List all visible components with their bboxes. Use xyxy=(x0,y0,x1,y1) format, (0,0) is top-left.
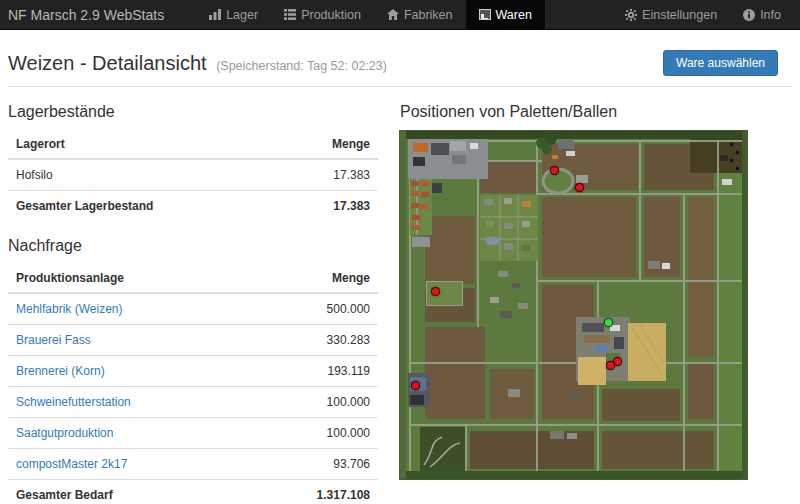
box-icon xyxy=(479,9,491,20)
demand-total-value: 1.317.108 xyxy=(250,480,378,504)
right-column: Positionen von Paletten/Ballen xyxy=(400,87,747,479)
demand-table-body: Mehlfabrik (Weizen)500.000Brauerei Fass3… xyxy=(8,293,378,480)
demand-table: Produktionsanlage Menge Mehlfabrik (Weiz… xyxy=(8,265,378,504)
production-facility-link[interactable]: compostMaster 2k17 xyxy=(16,457,127,471)
table-row: Saatgutproduktion100.000 xyxy=(8,418,378,449)
aerial-map-image xyxy=(400,131,747,479)
gear-icon xyxy=(625,9,637,21)
production-facility-link[interactable]: Brauerei Fass xyxy=(16,333,91,347)
list-icon xyxy=(284,9,296,20)
nav-item-fabriken[interactable]: Fabriken xyxy=(374,0,466,29)
table-row: compostMaster 2k1793.706 xyxy=(8,449,378,480)
table-header-row: Produktionsanlage Menge xyxy=(8,265,378,293)
production-facility-link[interactable]: Schweinefutterstation xyxy=(16,395,131,409)
nav-item-lager[interactable]: Lager xyxy=(196,0,271,29)
navbar-brand[interactable]: NF Marsch 2.9 WebStats xyxy=(0,0,174,29)
content: Lagerbestände Lagerort Menge Hofsilo17.3… xyxy=(8,87,792,504)
amount-value: 93.706 xyxy=(250,449,378,480)
savegame-timestamp: (Speicherstand: Tag 52: 02:23) xyxy=(216,59,387,73)
nav-item-waren[interactable]: Waren xyxy=(466,0,545,29)
production-facility-link[interactable]: Brennerei (Korn) xyxy=(16,364,105,378)
demand-total-row: Gesamter Bedarf 1.317.108 xyxy=(8,480,378,504)
red-marker xyxy=(575,183,584,192)
nav-item-label: Info xyxy=(760,8,781,22)
select-ware-button[interactable]: Ware auswählen xyxy=(663,50,778,76)
storage-total-value: 17.383 xyxy=(282,191,378,222)
green-marker xyxy=(604,318,613,327)
table-row: Brauerei Fass330.283 xyxy=(8,325,378,356)
amount-value: 193.119 xyxy=(250,356,378,387)
demand-heading: Nachfrage xyxy=(8,237,378,255)
production-facility-link[interactable]: Mehlfabrik (Weizen) xyxy=(16,302,122,316)
home-icon xyxy=(387,9,399,20)
nav-item-label: Einstellungen xyxy=(642,8,717,22)
storage-total-label: Gesamter Lagerbestand xyxy=(8,191,282,222)
storage-table: Lagerort Menge Hofsilo17.383 Gesamter La… xyxy=(8,131,378,221)
table-row: Mehlfabrik (Weizen)500.000 xyxy=(8,293,378,325)
amount-value: 100.000 xyxy=(250,387,378,418)
navbar: NF Marsch 2.9 WebStats Lager Produktion … xyxy=(0,0,800,30)
nav-item-info[interactable]: Info xyxy=(730,0,794,29)
pallet-position-map xyxy=(400,131,747,479)
storage-location-label: Hofsilo xyxy=(8,159,282,191)
nav-item-einstellungen[interactable]: Einstellungen xyxy=(612,0,730,29)
nav-item-produktion[interactable]: Produktion xyxy=(271,0,374,29)
nav-item-label: Lager xyxy=(226,8,258,22)
table-row: Schweinefutterstation100.000 xyxy=(8,387,378,418)
nav-item-label: Fabriken xyxy=(404,8,453,22)
page-container: Weizen - Detailansicht (Speicherstand: T… xyxy=(0,30,800,504)
navbar-menu: Lager Produktion Fabriken Waren xyxy=(196,0,545,29)
amount-value: 100.000 xyxy=(250,418,378,449)
column-header-produktionsanlage: Produktionsanlage xyxy=(8,265,250,293)
red-marker xyxy=(606,361,615,370)
table-header-row: Lagerort Menge xyxy=(8,131,378,159)
storage-table-body: Hofsilo17.383 xyxy=(8,159,378,191)
red-marker xyxy=(550,166,559,175)
map-heading: Positionen von Paletten/Ballen xyxy=(400,103,747,121)
nav-item-label: Waren xyxy=(496,8,532,22)
amount-value: 17.383 xyxy=(282,159,378,191)
amount-value: 500.000 xyxy=(250,293,378,325)
column-header-lagerort: Lagerort xyxy=(8,131,282,159)
left-column: Lagerbestände Lagerort Menge Hofsilo17.3… xyxy=(8,87,378,504)
storage-heading: Lagerbestände xyxy=(8,103,378,121)
page-title-text: Weizen - Detailansicht xyxy=(8,52,207,74)
table-row: Hofsilo17.383 xyxy=(8,159,378,191)
table-row: Brennerei (Korn)193.119 xyxy=(8,356,378,387)
red-marker xyxy=(411,381,420,390)
column-header-menge: Menge xyxy=(250,265,378,293)
page-title: Weizen - Detailansicht (Speicherstand: T… xyxy=(8,52,387,75)
demand-total-label: Gesamter Bedarf xyxy=(8,480,250,504)
amount-value: 330.283 xyxy=(250,325,378,356)
storage-total-row: Gesamter Lagerbestand 17.383 xyxy=(8,191,378,222)
bar-chart-icon xyxy=(209,9,221,20)
navbar-right-menu: Einstellungen Info xyxy=(612,0,794,29)
column-header-menge: Menge xyxy=(282,131,378,159)
page-header: Weizen - Detailansicht (Speicherstand: T… xyxy=(8,30,792,87)
red-marker xyxy=(431,287,440,296)
nav-item-label: Produktion xyxy=(301,8,361,22)
production-facility-link[interactable]: Saatgutproduktion xyxy=(16,426,113,440)
info-icon xyxy=(743,9,755,21)
